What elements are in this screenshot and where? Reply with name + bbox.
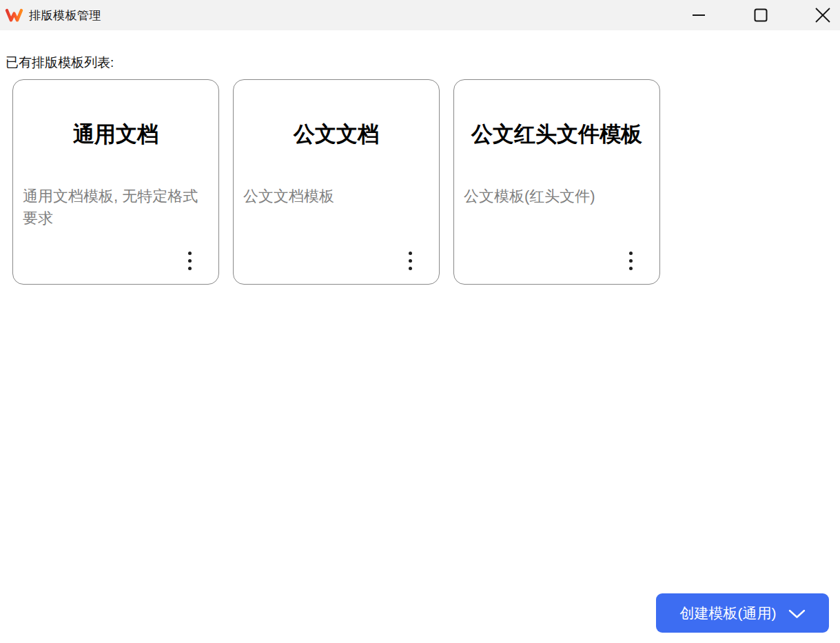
- kebab-menu-icon: [409, 252, 412, 270]
- template-title: 通用文档: [13, 123, 218, 146]
- window-controls: [683, 0, 839, 30]
- template-card-official[interactable]: 公文文档 公文文档模板: [233, 79, 440, 285]
- minimize-button[interactable]: [683, 0, 715, 30]
- close-button[interactable]: [807, 0, 839, 30]
- minimize-icon: [692, 8, 706, 22]
- create-template-label: 创建模板(通用): [680, 604, 777, 623]
- kebab-menu-icon: [629, 252, 633, 270]
- wps-logo-icon: [5, 8, 23, 23]
- template-description: 通用文档模板, 无特定格式要求: [23, 185, 209, 229]
- chevron-down-icon: [788, 608, 806, 619]
- template-description: 公文文档模板: [243, 185, 429, 207]
- maximize-button[interactable]: [745, 0, 777, 30]
- template-menu-button[interactable]: [398, 245, 422, 276]
- maximize-icon: [754, 8, 768, 22]
- main-content: 已有排版模板列表: 通用文档 通用文档模板, 无特定格式要求 公文文档 公文文档…: [0, 54, 840, 285]
- template-list: 通用文档 通用文档模板, 无特定格式要求 公文文档 公文文档模板 公文红头文件模…: [12, 79, 840, 285]
- template-card-redheader[interactable]: 公文红头文件模板 公文模板(红头文件): [453, 79, 660, 285]
- template-description: 公文模板(红头文件): [464, 185, 650, 207]
- create-template-button[interactable]: 创建模板(通用): [656, 593, 829, 633]
- titlebar-left: 排版模板管理: [5, 8, 101, 23]
- template-menu-button[interactable]: [618, 245, 643, 276]
- template-title: 公文文档: [234, 123, 439, 146]
- template-card-general[interactable]: 通用文档 通用文档模板, 无特定格式要求: [12, 79, 219, 285]
- template-title: 公文红头文件模板: [454, 123, 659, 146]
- template-list-label: 已有排版模板列表:: [6, 54, 840, 72]
- template-menu-button[interactable]: [177, 245, 202, 276]
- close-icon: [815, 8, 830, 23]
- window-title: 排版模板管理: [29, 8, 101, 23]
- titlebar: 排版模板管理: [0, 0, 840, 30]
- kebab-menu-icon: [188, 252, 192, 270]
